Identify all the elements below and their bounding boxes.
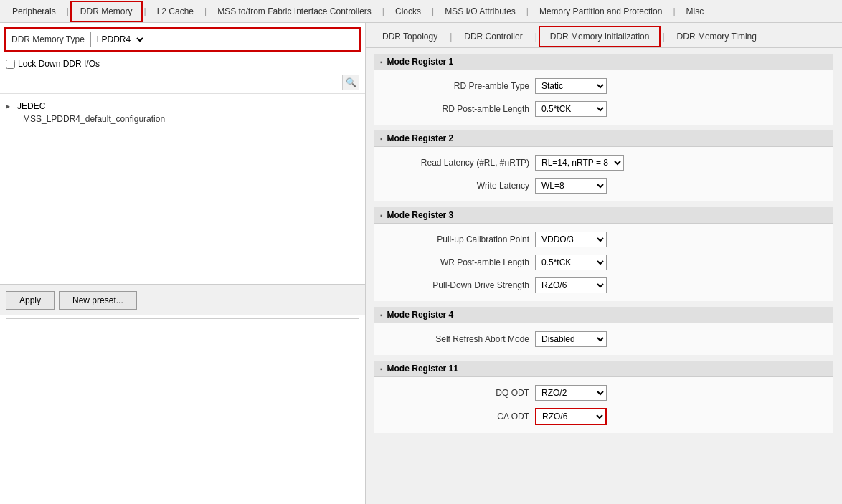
pulldown-drive-label: Pull-Down Drive Strength — [386, 280, 529, 290]
mode-register-2-title: Mode Register 2 — [387, 133, 454, 143]
mode-register-2-body: Read Latency (#RL, #nRTP) RL=14, nRTP = … — [374, 147, 833, 201]
mode-register-1-section: ▪ Mode Register 1 RD Pre-amble Type Stat… — [374, 54, 833, 125]
field-row-wr-postamble: WR Post-amble Length 0.5*tCK 1.5*tCK — [386, 251, 822, 274]
mode-register-11-header: ▪ Mode Register 11 — [374, 361, 833, 377]
main-content: DDR Memory Type LPDDR4 DDR4 DDR3 DDR3L L… — [0, 23, 842, 504]
mode-register-3-title: Mode Register 3 — [387, 210, 454, 220]
tab-ddr-topology[interactable]: DDR Topology — [372, 27, 448, 47]
write-latency-select[interactable]: WL=8 WL=6 WL=10 — [535, 178, 607, 194]
search-button[interactable]: 🔍 — [342, 75, 359, 90]
wr-postamble-label: WR Post-amble Length — [386, 257, 529, 267]
mode-register-11-section: ▪ Mode Register 11 DQ ODT RZO/2 RZO/4 RZ… — [374, 361, 833, 433]
left-panel-inner: DDR Memory Type LPDDR4 DDR4 DDR3 DDR3L L… — [0, 23, 365, 504]
pullup-calibration-label: Pull-up Calibration Point — [386, 234, 529, 244]
collapse-icon-mr1[interactable]: ▪ — [380, 58, 383, 66]
tab-l2-cache[interactable]: L2 Cache — [148, 1, 203, 22]
tab-mss-fabric[interactable]: MSS to/from Fabric Interface Controllers — [208, 1, 381, 22]
collapse-icon-mr11[interactable]: ▪ — [380, 365, 383, 373]
mode-register-1-body: RD Pre-amble Type Static Toggle RD Post-… — [374, 70, 833, 125]
mode-register-2-header: ▪ Mode Register 2 — [374, 130, 833, 147]
rd-postamble-select[interactable]: 0.5*tCK 1.5*tCK — [535, 101, 607, 117]
field-row-self-refresh: Self Refresh Abort Mode Disabled Enabled — [386, 328, 822, 351]
search-input[interactable] — [6, 75, 339, 90]
mode-register-4-section: ▪ Mode Register 4 Self Refresh Abort Mod… — [374, 307, 833, 355]
wr-postamble-select[interactable]: 0.5*tCK 1.5*tCK — [535, 255, 607, 270]
mode-register-1-title: Mode Register 1 — [387, 57, 454, 67]
mode-register-11-body: DQ ODT RZO/2 RZO/4 RZO/6 CA ODT RZO/6 RZ… — [374, 377, 833, 433]
mode-register-4-header: ▪ Mode Register 4 — [374, 307, 833, 323]
tree-expander-icon[interactable]: ▸ — [6, 101, 16, 111]
right-panel: DDR Topology | DDR Controller | DDR Memo… — [366, 23, 842, 504]
tab-ddr-memory-init[interactable]: DDR Memory Initialization — [539, 26, 661, 47]
field-row-read-latency: Read Latency (#RL, #nRTP) RL=14, nRTP = … — [386, 151, 822, 174]
lock-down-row: Lock Down DDR I/Os — [0, 56, 365, 72]
lock-down-checkbox[interactable] — [6, 60, 15, 69]
tree-child-node[interactable]: MSS_LPDDR4_default_configuration — [23, 113, 359, 125]
mode-register-1-header: ▪ Mode Register 1 — [374, 54, 833, 70]
new-preset-button[interactable]: New preset... — [59, 291, 137, 310]
dq-odt-label: DQ ODT — [386, 388, 529, 398]
left-panel: DDR Memory Type LPDDR4 DDR4 DDR3 DDR3L L… — [0, 23, 366, 504]
sub-tab-bar: DDR Topology | DDR Controller | DDR Memo… — [366, 23, 842, 48]
tree-child-label: MSS_LPDDR4_default_configuration — [23, 114, 165, 124]
field-row-dq-odt: DQ ODT RZO/2 RZO/4 RZO/6 — [386, 381, 822, 404]
top-tab-bar: Peripherals | DDR Memory | L2 Cache | MS… — [0, 0, 842, 23]
search-icon: 🔍 — [346, 77, 356, 87]
ca-odt-label: CA ODT — [386, 412, 529, 422]
ca-odt-select[interactable]: RZO/6 RZO/2 RZO/4 — [535, 408, 607, 425]
tab-misc[interactable]: Misc — [677, 1, 714, 22]
dq-odt-select[interactable]: RZO/2 RZO/4 RZO/6 — [535, 385, 607, 401]
self-refresh-label: Self Refresh Abort Mode — [386, 334, 529, 344]
tab-mss-io[interactable]: MSS I/O Attributes — [435, 1, 525, 22]
mode-register-3-section: ▪ Mode Register 3 Pull-up Calibration Po… — [374, 207, 833, 301]
read-latency-select[interactable]: RL=14, nRTP = 8 RL=12, nRTP = 6 — [535, 155, 624, 171]
collapse-icon-mr2[interactable]: ▪ — [380, 135, 383, 143]
bottom-buttons: Apply New preset... — [0, 285, 365, 315]
field-row-ca-odt: CA ODT RZO/6 RZO/2 RZO/4 — [386, 404, 822, 429]
log-area — [6, 318, 359, 498]
field-row-rd-preamble: RD Pre-amble Type Static Toggle — [386, 75, 822, 98]
ddr-memory-type-label: DDR Memory Type — [11, 34, 85, 44]
field-row-rd-postamble: RD Post-amble Length 0.5*tCK 1.5*tCK — [386, 98, 822, 120]
rd-postamble-label: RD Post-amble Length — [386, 104, 529, 114]
mode-register-3-body: Pull-up Calibration Point VDDO/3 VDDO/4 … — [374, 224, 833, 301]
collapse-icon-mr3[interactable]: ▪ — [380, 211, 383, 219]
pullup-calibration-select[interactable]: VDDO/3 VDDO/4 — [535, 232, 607, 247]
tab-ddr-controller[interactable]: DDR Controller — [453, 27, 533, 47]
mode-register-4-body: Self Refresh Abort Mode Disabled Enabled — [374, 323, 833, 355]
tree-area: ▸ JEDEC MSS_LPDDR4_default_configuration — [0, 94, 365, 285]
self-refresh-select[interactable]: Disabled Enabled — [535, 331, 607, 347]
collapse-icon-mr4[interactable]: ▪ — [380, 311, 383, 319]
rd-preamble-label: RD Pre-amble Type — [386, 81, 529, 91]
search-row: 🔍 — [0, 72, 365, 94]
tab-memory-partition[interactable]: Memory Partition and Protection — [530, 1, 671, 22]
lock-down-label: Lock Down DDR I/Os — [18, 59, 100, 69]
tab-ddr-memory[interactable]: DDR Memory — [70, 1, 143, 22]
mode-register-4-title: Mode Register 4 — [387, 310, 454, 320]
tab-peripherals[interactable]: Peripherals — [3, 1, 65, 22]
mode-register-11-title: Mode Register 11 — [387, 363, 458, 374]
tab-ddr-memory-timing[interactable]: DDR Memory Timing — [666, 27, 767, 47]
mode-register-2-section: ▪ Mode Register 2 Read Latency (#RL, #nR… — [374, 130, 833, 201]
ddr-memory-type-select[interactable]: LPDDR4 DDR4 DDR3 DDR3L — [90, 32, 146, 47]
pulldown-drive-select[interactable]: RZO/6 RZO/4 RZO/3 — [535, 277, 607, 293]
registers-area: ▪ Mode Register 1 RD Pre-amble Type Stat… — [366, 48, 842, 444]
apply-button[interactable]: Apply — [6, 291, 55, 310]
mode-register-3-header: ▪ Mode Register 3 — [374, 207, 833, 224]
rd-preamble-select[interactable]: Static Toggle — [535, 78, 607, 94]
field-row-pullup-calibration: Pull-up Calibration Point VDDO/3 VDDO/4 — [386, 228, 822, 251]
tree-root-node[interactable]: ▸ JEDEC — [6, 100, 359, 113]
read-latency-label: Read Latency (#RL, #nRTP) — [386, 158, 529, 168]
tree-root-label: JEDEC — [17, 101, 45, 111]
field-row-write-latency: Write Latency WL=8 WL=6 WL=10 — [386, 174, 822, 197]
field-row-pulldown-drive: Pull-Down Drive Strength RZO/6 RZO/4 RZO… — [386, 274, 822, 297]
tab-clocks[interactable]: Clocks — [386, 1, 430, 22]
write-latency-label: Write Latency — [386, 181, 529, 191]
